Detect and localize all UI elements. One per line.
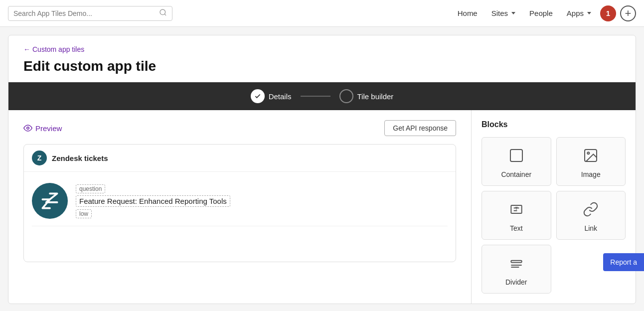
search-input[interactable] xyxy=(13,9,157,17)
image-icon xyxy=(583,148,599,165)
page-title: Edit custom app tile xyxy=(23,58,621,74)
step-details: Details xyxy=(251,89,292,103)
step-tile-builder-circle xyxy=(339,89,353,103)
zendesk-card: Z Zendesk tickets question xyxy=(23,144,456,262)
top-navigation: Home Sites People Apps 1 + xyxy=(0,0,644,27)
block-container-label: Container xyxy=(501,170,531,178)
container-icon xyxy=(508,148,524,165)
get-api-response-button[interactable]: Get API response xyxy=(384,120,456,136)
home-link[interactable]: Home xyxy=(453,6,483,20)
svg-rect-10 xyxy=(511,261,521,263)
step-connector xyxy=(301,96,330,97)
search-wrapper xyxy=(8,6,172,21)
block-divider[interactable]: Divider xyxy=(482,245,551,294)
preview-button[interactable]: Preview xyxy=(23,124,62,133)
svg-point-0 xyxy=(160,9,165,15)
block-image-label: Image xyxy=(581,170,601,178)
report-button[interactable]: Report a xyxy=(603,253,644,271)
zendesk-app-avatar: Z xyxy=(32,151,47,165)
step-tile-builder-label: Tile builder xyxy=(357,92,394,101)
blocks-title: Blocks xyxy=(482,120,626,129)
block-container[interactable]: Container xyxy=(482,137,551,186)
breadcrumb-label: Custom app tiles xyxy=(32,45,84,53)
svg-rect-3 xyxy=(510,150,522,161)
zendesk-ticket-item: question Feature Request: Enhanced Repor… xyxy=(32,178,448,224)
svg-point-5 xyxy=(588,152,590,154)
preview-header: Preview Get API response xyxy=(23,120,456,136)
sites-link[interactable]: Sites xyxy=(486,6,520,20)
step-bar: Details Tile builder xyxy=(8,82,636,110)
zendesk-ticket-content: question Feature Request: Enhanced Repor… xyxy=(76,184,448,218)
breadcrumb[interactable]: ← Custom app tiles xyxy=(23,45,621,53)
block-text[interactable]: T Text xyxy=(482,191,551,240)
main-card: ← Custom app tiles Edit custom app tile … xyxy=(8,35,636,304)
people-link[interactable]: People xyxy=(524,6,558,20)
zendesk-tag: question xyxy=(76,184,105,193)
zendesk-app-name: Zendesk tickets xyxy=(52,154,108,162)
block-link[interactable]: Link xyxy=(556,191,626,240)
step-details-label: Details xyxy=(269,92,292,101)
card-body: Preview Get API response Z Zendesk ticke… xyxy=(8,110,636,304)
preview-area: Preview Get API response Z Zendesk ticke… xyxy=(8,110,471,304)
text-icon: T xyxy=(508,201,524,219)
step-tile-builder: Tile builder xyxy=(339,89,394,103)
search-icon xyxy=(159,8,167,18)
svg-line-1 xyxy=(164,14,166,15)
preview-label: Preview xyxy=(35,124,62,133)
block-divider-label: Divider xyxy=(505,278,527,286)
add-button[interactable]: + xyxy=(620,5,636,21)
zendesk-feature-title: Feature Request: Enhanced Reporting Tool… xyxy=(76,195,230,207)
zendesk-empty-row xyxy=(32,226,448,256)
zendesk-card-body: question Feature Request: Enhanced Repor… xyxy=(24,172,456,262)
block-image[interactable]: Image xyxy=(556,137,626,186)
back-arrow-icon: ← xyxy=(23,45,30,53)
block-link-label: Link xyxy=(584,224,597,232)
zendesk-logo xyxy=(32,183,68,219)
zendesk-priority: low xyxy=(76,209,92,218)
svg-point-2 xyxy=(27,127,29,130)
divider-icon xyxy=(508,255,524,273)
block-text-label: Text xyxy=(510,224,523,232)
blocks-panel: Blocks Container xyxy=(471,110,636,304)
nav-links: Home Sites People Apps 1 + xyxy=(453,5,636,21)
svg-text:T: T xyxy=(515,206,518,211)
link-icon xyxy=(583,201,599,219)
step-details-circle xyxy=(251,89,265,103)
apps-link[interactable]: Apps xyxy=(562,6,596,20)
avatar[interactable]: 1 xyxy=(600,5,616,21)
card-header: ← Custom app tiles Edit custom app tile xyxy=(8,35,636,82)
zendesk-card-header: Z Zendesk tickets xyxy=(24,145,456,172)
